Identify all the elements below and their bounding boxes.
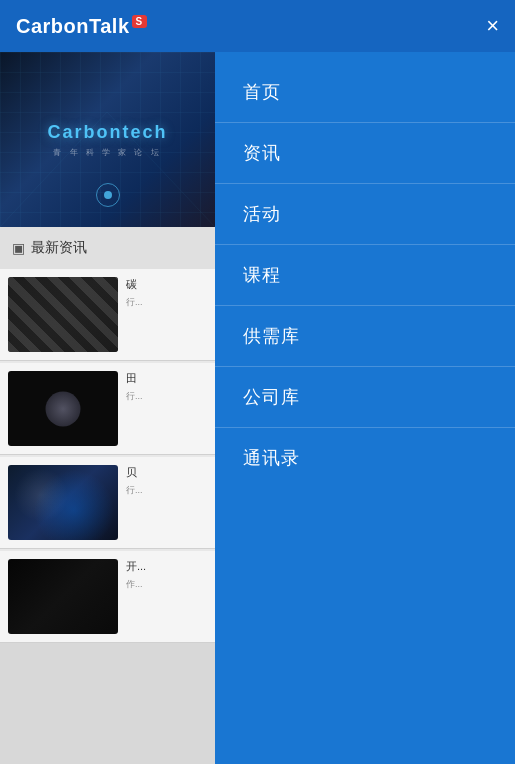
news-title-2: 田 [126, 371, 207, 386]
banner-title-wrap: Carbontech 青 年 科 学 家 论 坛 [47, 122, 167, 158]
menu-item-courses[interactable]: 课程 [215, 245, 515, 306]
news-content-3: 贝 行... [126, 465, 207, 497]
banner-circle [96, 183, 120, 207]
news-title-3: 贝 [126, 465, 207, 480]
menu-overlay: 首页 资讯 活动 课程 供需库 公司库 通讯录 [215, 52, 515, 764]
news-title-4: 开... [126, 559, 207, 574]
section-header: ▣ 最新资讯 [0, 227, 215, 269]
menu-item-home[interactable]: 首页 [215, 62, 515, 123]
logo-badge: S [132, 15, 147, 28]
news-item-2[interactable]: 田 行... [0, 363, 215, 455]
news-icon: ▣ [12, 240, 25, 256]
news-content-1: 碳 行... [126, 277, 207, 309]
menu-item-supply[interactable]: 供需库 [215, 306, 515, 367]
logo-carbon: Carbon [16, 15, 89, 37]
banner: Carbontech 青 年 科 学 家 论 坛 [0, 52, 215, 227]
news-list: 碳 行... 田 行... 贝 行... [0, 269, 215, 643]
menu-label-supply: 供需库 [243, 324, 300, 348]
content-area: Carbontech 青 年 科 学 家 论 坛 ▣ 最新资讯 碳 行... [0, 52, 515, 764]
news-meta-2: 行... [126, 390, 207, 403]
news-meta-1: 行... [126, 296, 207, 309]
news-thumb-2 [8, 371, 118, 446]
news-item-3[interactable]: 贝 行... [0, 457, 215, 549]
menu-item-events[interactable]: 活动 [215, 184, 515, 245]
news-title-1: 碳 [126, 277, 207, 292]
logo-text: CarbonTalkS [16, 15, 147, 38]
menu-item-contacts[interactable]: 通讯录 [215, 428, 515, 488]
banner-inner: Carbontech 青 年 科 学 家 论 坛 [0, 52, 215, 227]
logo-talk: Talk [89, 15, 130, 37]
news-item-4[interactable]: 开... 作... [0, 551, 215, 643]
news-item-1[interactable]: 碳 行... [0, 269, 215, 361]
news-meta-3: 行... [126, 484, 207, 497]
news-thumb-4 [8, 559, 118, 634]
menu-label-events: 活动 [243, 202, 281, 226]
app-container: CarbonTalkS × [0, 0, 515, 764]
banner-subtitle: 青 年 科 学 家 论 坛 [47, 147, 167, 158]
menu-label-home: 首页 [243, 80, 281, 104]
news-content-2: 田 行... [126, 371, 207, 403]
left-panel: Carbontech 青 年 科 学 家 论 坛 ▣ 最新资讯 碳 行... [0, 52, 215, 764]
header: CarbonTalkS × [0, 0, 515, 52]
close-button[interactable]: × [486, 15, 499, 37]
news-meta-4: 作... [126, 578, 207, 591]
news-thumb-1 [8, 277, 118, 352]
menu-item-company[interactable]: 公司库 [215, 367, 515, 428]
menu-item-news[interactable]: 资讯 [215, 123, 515, 184]
news-thumb-3 [8, 465, 118, 540]
banner-title: Carbontech [47, 122, 167, 143]
menu-label-company: 公司库 [243, 385, 300, 409]
header-logo: CarbonTalkS [16, 15, 147, 38]
menu-label-news: 资讯 [243, 141, 281, 165]
news-content-4: 开... 作... [126, 559, 207, 591]
menu-label-courses: 课程 [243, 263, 281, 287]
section-title: 最新资讯 [31, 239, 87, 257]
menu-label-contacts: 通讯录 [243, 446, 300, 470]
